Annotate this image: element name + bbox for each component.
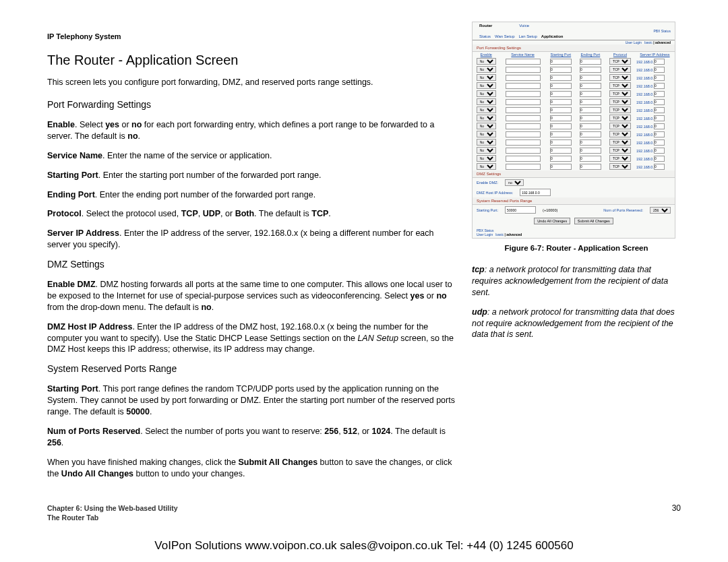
mock-service-input[interactable]	[506, 131, 541, 137]
mock-enable-select[interactable]: No	[477, 155, 496, 162]
mock-proto-select[interactable]: TCP	[609, 106, 631, 113]
mock-proto-select[interactable]: TCP	[609, 147, 631, 154]
mock-startport-input[interactable]	[550, 67, 572, 73]
mock-service-input[interactable]	[506, 67, 541, 73]
mock-ip-input[interactable]	[654, 107, 665, 113]
mock-service-input[interactable]	[506, 164, 541, 170]
mock-endport-input[interactable]	[580, 67, 601, 73]
link-basic[interactable]: basic	[644, 40, 653, 44]
mock-enable-select[interactable]: No	[477, 163, 496, 170]
mock-endport-input[interactable]	[580, 99, 601, 105]
mock-ip-input[interactable]	[654, 148, 665, 154]
mock-enable-select[interactable]: No	[477, 90, 496, 97]
mock-ip-input[interactable]	[654, 164, 665, 170]
mock-ip-input[interactable]	[654, 99, 665, 105]
mock-enable-select[interactable]: No	[477, 82, 496, 89]
mock-endport-input[interactable]	[580, 75, 601, 81]
mock-enable-select[interactable]: No	[477, 123, 496, 129]
mock-startport-input[interactable]	[550, 59, 572, 65]
link-pbx-status[interactable]: PBX Status	[653, 29, 671, 33]
mock-enable-select[interactable]: No	[477, 131, 496, 137]
mock-ip-input[interactable]	[654, 131, 665, 137]
mock-submit-button[interactable]: Submit All Changes	[574, 218, 613, 224]
subtab-application[interactable]: Application	[541, 34, 564, 38]
mock-endport-input[interactable]	[580, 164, 601, 170]
mock-startport-input[interactable]	[550, 123, 572, 129]
link-advanced[interactable]: advanced	[655, 40, 671, 44]
subtab-wan[interactable]: Wan Setup	[495, 34, 514, 38]
mock-ip-input[interactable]	[654, 139, 665, 146]
mock-enable-select[interactable]: No	[477, 147, 496, 154]
mock-endport-input[interactable]	[580, 91, 601, 97]
mock-service-input[interactable]	[506, 75, 541, 81]
mock-service-input[interactable]	[506, 99, 541, 105]
mock-startport-input[interactable]	[550, 107, 572, 113]
mock-service-input[interactable]	[506, 115, 541, 121]
mock-service-input[interactable]	[506, 91, 541, 97]
mock-startport-input[interactable]	[550, 91, 572, 97]
mock-startport-input[interactable]	[550, 164, 572, 170]
mock-ip-input[interactable]	[654, 75, 665, 81]
tab-voice[interactable]: Voice	[519, 24, 529, 28]
mock-startport-input[interactable]	[550, 83, 572, 89]
mock-startport-input[interactable]	[550, 156, 572, 162]
tab-router[interactable]: Router	[479, 24, 492, 28]
mock-proto-select[interactable]: TCP	[609, 74, 631, 81]
mock-ip-input[interactable]	[654, 59, 665, 65]
mock-dmz-enable-select[interactable]: no	[505, 179, 524, 186]
mock-startport-input[interactable]	[550, 148, 572, 154]
mock-service-input[interactable]	[506, 156, 541, 162]
mock-sys-num-select[interactable]: 256	[650, 207, 671, 214]
mock-ip-input[interactable]	[654, 67, 665, 73]
mock-enable-select[interactable]: No	[477, 115, 496, 121]
mock-ip-input[interactable]	[654, 83, 665, 89]
mock-endport-input[interactable]	[580, 83, 601, 89]
mock-service-input[interactable]	[506, 123, 541, 129]
mock-proto-select[interactable]: TCP	[609, 66, 631, 73]
mock-enable-select[interactable]: No	[477, 74, 496, 81]
mock-undo-button[interactable]: Undo All Changes	[534, 218, 570, 224]
mock-proto-select[interactable]: TCP	[609, 139, 631, 146]
mock-endport-input[interactable]	[580, 148, 601, 154]
mock-proto-select[interactable]: TCP	[609, 82, 631, 89]
mock-ip-input[interactable]	[654, 156, 665, 162]
mock-ip-input[interactable]	[654, 115, 665, 121]
mock-enable-select[interactable]: No	[477, 139, 496, 146]
mock-service-input[interactable]	[506, 83, 541, 89]
mock-endport-input[interactable]	[580, 139, 601, 146]
mock-startport-input[interactable]	[550, 75, 572, 81]
mock-enable-select[interactable]: No	[477, 106, 496, 113]
mock-proto-select[interactable]: TCP	[609, 155, 631, 162]
mock-proto-select[interactable]: TCP	[609, 90, 631, 97]
mock-endport-input[interactable]	[580, 131, 601, 137]
mock-endport-input[interactable]	[580, 115, 601, 121]
mock-proto-select[interactable]: TCP	[609, 115, 631, 121]
mock-enable-select[interactable]: No	[477, 98, 496, 105]
mock-proto-select[interactable]: TCP	[609, 163, 631, 170]
mock-endport-input[interactable]	[580, 107, 601, 113]
mock-proto-select[interactable]: TCP	[609, 123, 631, 129]
mock-service-input[interactable]	[506, 148, 541, 154]
mock-startport-input[interactable]	[550, 131, 572, 137]
mock-ip-input[interactable]	[654, 91, 665, 97]
mock-enable-select[interactable]: No	[477, 66, 496, 73]
mock-startport-input[interactable]	[550, 99, 572, 105]
mock-startport-input[interactable]	[550, 115, 572, 121]
mock-service-input[interactable]	[506, 59, 541, 65]
link-user-login[interactable]: User Login	[626, 40, 642, 44]
mock-ip-input[interactable]	[654, 123, 665, 129]
mock-proto-select[interactable]: TCP	[609, 131, 631, 137]
mock-endport-input[interactable]	[580, 59, 601, 65]
mock-dmz-host-input[interactable]	[520, 189, 551, 196]
mock-endport-input[interactable]	[580, 156, 601, 162]
mock-endport-input[interactable]	[580, 123, 601, 129]
subtab-status[interactable]: Status	[479, 34, 491, 38]
mock-service-input[interactable]	[506, 139, 541, 146]
mock-enable-select[interactable]: No	[477, 58, 496, 65]
mock-proto-select[interactable]: TCP	[609, 58, 631, 65]
mock-service-input[interactable]	[506, 107, 541, 113]
subtab-lan[interactable]: Lan Setup	[518, 34, 537, 38]
mock-startport-input[interactable]	[550, 139, 572, 146]
mock-sys-start-input[interactable]	[505, 206, 536, 214]
mock-proto-select[interactable]: TCP	[609, 98, 631, 105]
